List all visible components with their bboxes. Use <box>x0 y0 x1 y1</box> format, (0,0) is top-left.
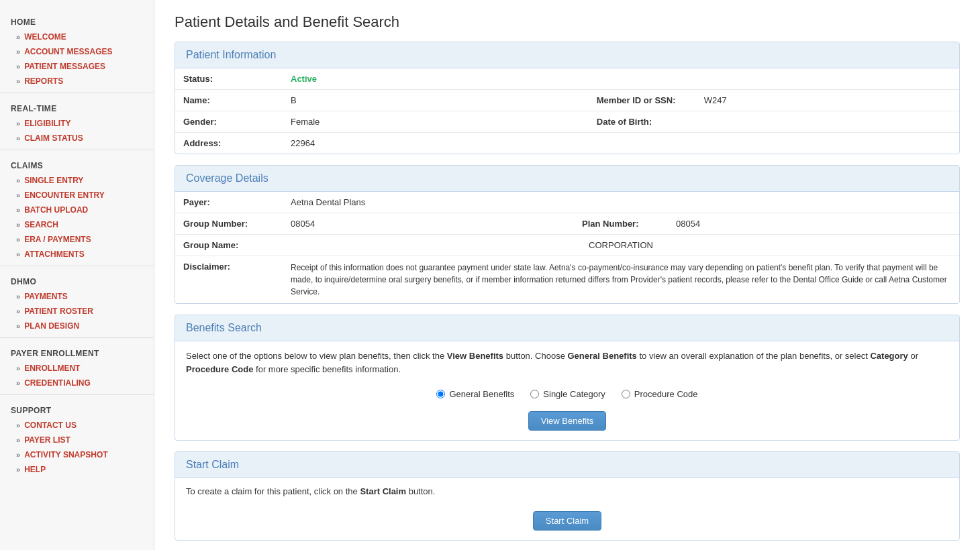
patient-information-card: Patient Information Status: Active Name:… <box>175 42 960 154</box>
radio-procedure-code-input[interactable] <box>622 390 630 398</box>
table-row: Group Number: 08054 Plan Number: 08054 <box>175 213 959 235</box>
sidebar-item-help[interactable]: » HELP <box>0 462 154 477</box>
radio-single-category-input[interactable] <box>530 390 539 398</box>
sidebar-item-attachments[interactable]: » ATTACHMENTS <box>0 247 154 262</box>
table-row: Gender: Female Date of Birth: <box>175 111 959 133</box>
radio-general-input[interactable] <box>436 390 445 398</box>
dob-value <box>696 111 959 133</box>
address-value: 22964 <box>283 133 959 154</box>
patient-information-header: Patient Information <box>175 42 959 68</box>
status-value: Active <box>283 68 959 90</box>
sidebar: HOME » WELCOME » ACCOUNT MESSAGES » PATI… <box>0 0 154 550</box>
radio-single-category-label: Single Category <box>543 389 605 399</box>
status-label: Status: <box>175 68 283 90</box>
arrow-icon: » <box>16 250 20 258</box>
general-benefits-link-text: General Benefits <box>568 351 637 361</box>
sidebar-item-plan-design[interactable]: » PLAN DESIGN <box>0 319 154 333</box>
disclaimer-value: Receipt of this information does not gua… <box>283 256 959 304</box>
sidebar-item-contact-us[interactable]: » CONTACT US <box>0 418 154 433</box>
patient-information-body: Status: Active Name: B Member ID or SSN:… <box>175 68 959 154</box>
member-id-value: W247 <box>696 90 959 111</box>
arrow-icon: » <box>16 235 20 243</box>
sidebar-item-enrollment[interactable]: » ENROLLMENT <box>0 361 154 376</box>
radio-single-category[interactable]: Single Category <box>530 389 605 399</box>
arrow-icon: » <box>16 436 20 444</box>
dob-label: Date of Birth: <box>589 111 696 133</box>
benefits-search-card: Benefits Search Select one of the option… <box>175 315 960 441</box>
page-title: Patient Details and Benefit Search <box>175 13 960 31</box>
start-claim-body: To create a claim for this patient, clic… <box>175 478 959 540</box>
group-name-value: CORPORATION <box>283 235 959 256</box>
table-row: Name: B Member ID or SSN: W247 <box>175 90 959 111</box>
sidebar-item-patient-roster[interactable]: » PATIENT ROSTER <box>0 304 154 319</box>
group-number-label: Group Number: <box>175 213 283 235</box>
sidebar-section-realtime: REAL-TIME <box>0 97 154 116</box>
payer-label: Payer: <box>175 192 283 213</box>
sidebar-item-credentialing[interactable]: » CREDENTIALING <box>0 376 154 390</box>
sidebar-section-support: SUPPORT <box>0 399 154 418</box>
sidebar-item-welcome[interactable]: » WELCOME <box>0 30 154 44</box>
group-number-value: 08054 <box>283 213 574 235</box>
arrow-icon: » <box>16 33 20 41</box>
disclaimer-label: Disclaimer: <box>175 256 283 304</box>
start-claim-card: Start Claim To create a claim for this p… <box>175 451 960 541</box>
arrow-icon: » <box>16 176 20 184</box>
benefits-search-header: Benefits Search <box>175 315 959 341</box>
gender-value: Female <box>283 111 589 133</box>
arrow-icon: » <box>16 77 20 85</box>
group-name-label: Group Name: <box>175 235 283 256</box>
arrow-icon: » <box>16 62 20 70</box>
patient-info-table: Status: Active Name: B Member ID or SSN:… <box>175 68 959 154</box>
arrow-icon: » <box>16 322 20 330</box>
sidebar-section-payer-enrollment: PAYER ENROLLMENT <box>0 342 154 361</box>
radio-general-label: General Benefits <box>449 389 514 399</box>
arrow-icon: » <box>16 292 20 300</box>
radio-general-benefits[interactable]: General Benefits <box>436 389 514 399</box>
coverage-info-table: Payer: Aetna Dental Plans Group Number: … <box>175 192 959 303</box>
arrow-icon: » <box>16 191 20 199</box>
sidebar-item-payments[interactable]: » PAYMENTS <box>0 289 154 304</box>
sidebar-item-single-entry[interactable]: » SINGLE ENTRY <box>0 173 154 188</box>
plan-number-value: 08054 <box>668 213 959 235</box>
sidebar-item-patient-messages[interactable]: » PATIENT MESSAGES <box>0 59 154 74</box>
coverage-details-header: Coverage Details <box>175 166 959 192</box>
sidebar-item-account-messages[interactable]: » ACCOUNT MESSAGES <box>0 44 154 59</box>
payer-value: Aetna Dental Plans <box>283 192 959 213</box>
category-link-text: Category <box>870 351 908 361</box>
table-row: Group Name: CORPORATION <box>175 235 959 256</box>
main-content: Patient Details and Benefit Search Patie… <box>154 0 980 550</box>
view-benefits-button[interactable]: View Benefits <box>528 411 607 431</box>
table-row: Payer: Aetna Dental Plans <box>175 192 959 213</box>
start-claim-description: To create a claim for this patient, clic… <box>175 478 959 504</box>
table-row: Address: 22964 <box>175 133 959 154</box>
radio-procedure-code[interactable]: Procedure Code <box>622 389 698 399</box>
address-label: Address: <box>175 133 283 154</box>
sidebar-item-eligibility[interactable]: » ELIGIBILITY <box>0 116 154 131</box>
sidebar-section-home: HOME <box>0 11 154 30</box>
sidebar-item-reports[interactable]: » REPORTS <box>0 74 154 89</box>
arrow-icon: » <box>16 451 20 459</box>
coverage-details-body: Payer: Aetna Dental Plans Group Number: … <box>175 192 959 303</box>
sidebar-item-claim-status[interactable]: » CLAIM STATUS <box>0 131 154 146</box>
sidebar-item-encounter-entry[interactable]: » ENCOUNTER ENTRY <box>0 188 154 203</box>
sidebar-item-era-payments[interactable]: » ERA / PAYMENTS <box>0 232 154 247</box>
benefits-search-body: Select one of the options below to view … <box>175 341 959 440</box>
sidebar-item-payer-list[interactable]: » PAYER LIST <box>0 433 154 447</box>
start-claim-btn-wrapper: Start Claim <box>175 504 959 540</box>
start-claim-button[interactable]: Start Claim <box>533 511 601 531</box>
table-row: Status: Active <box>175 68 959 90</box>
arrow-icon: » <box>16 119 20 127</box>
start-claim-link-text: Start Claim <box>360 486 406 496</box>
sidebar-item-activity-snapshot[interactable]: » ACTIVITY SNAPSHOT <box>0 447 154 462</box>
arrow-icon: » <box>16 48 20 56</box>
table-row: Disclaimer: Receipt of this information … <box>175 256 959 304</box>
sidebar-section-dhmo: DHMO <box>0 270 154 289</box>
sidebar-item-batch-upload[interactable]: » BATCH UPLOAD <box>0 203 154 217</box>
sidebar-item-search[interactable]: » SEARCH <box>0 217 154 232</box>
coverage-details-card: Coverage Details Payer: Aetna Dental Pla… <box>175 165 960 304</box>
gender-label: Gender: <box>175 111 283 133</box>
member-id-label: Member ID or SSN: <box>589 90 696 111</box>
plan-number-label: Plan Number: <box>574 213 668 235</box>
procedure-code-link-text: Procedure Code <box>186 364 253 374</box>
radio-procedure-code-label: Procedure Code <box>634 389 698 399</box>
